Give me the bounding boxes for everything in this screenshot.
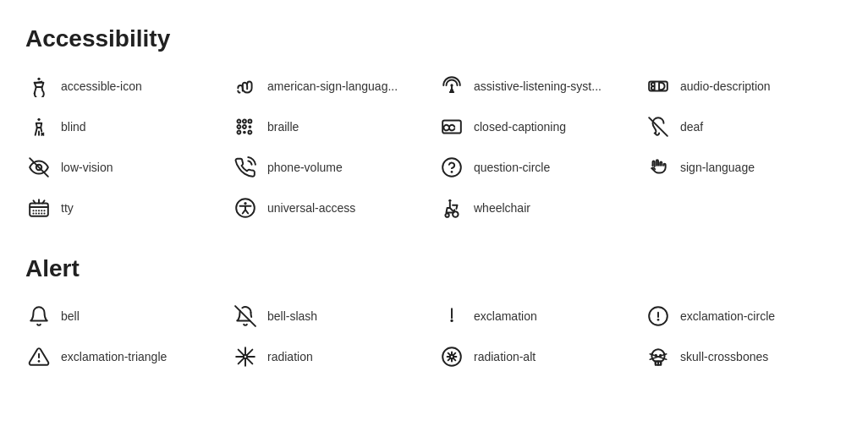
deaf-icon	[645, 113, 672, 140]
closed-captioning-icon	[438, 113, 465, 140]
svg-point-23	[41, 210, 42, 211]
accessible-icon-label: accessible-icon	[61, 79, 142, 93]
list-item: question-circle	[438, 154, 636, 181]
svg-point-34	[445, 214, 448, 217]
accessibility-grid: accessible-icon american-sign-languag...	[25, 73, 843, 221]
svg-point-31	[244, 202, 246, 205]
braille-label: braille	[267, 120, 299, 134]
american-sign-language-icon	[232, 73, 259, 100]
list-item: closed-captioning	[438, 113, 636, 140]
svg-point-20	[32, 210, 34, 211]
list-item: braille	[232, 113, 430, 140]
svg-point-7	[243, 120, 246, 123]
list-item: exclamation-triangle	[25, 343, 223, 370]
audio-description-label: audio-description	[680, 79, 771, 93]
svg-point-5	[237, 125, 240, 128]
list-item: universal-access	[232, 194, 430, 221]
svg-point-17	[442, 158, 461, 177]
list-item: phone-volume	[232, 154, 430, 181]
bell-icon	[25, 303, 52, 330]
list-item: bell-slash	[232, 303, 430, 330]
alert-section: Alert bell bell-s	[25, 255, 843, 370]
universal-access-icon	[232, 194, 259, 221]
svg-line-35	[235, 306, 255, 326]
svg-point-21	[36, 210, 37, 211]
audio-description-icon	[645, 73, 672, 100]
exclamation-triangle-label: exclamation-triangle	[61, 350, 167, 363]
list-item: exclamation	[438, 303, 636, 330]
accessible-icon	[25, 73, 52, 100]
american-sign-language-label: american-sign-languag...	[267, 79, 398, 93]
question-circle-label: question-circle	[474, 161, 550, 174]
svg-point-3	[37, 118, 40, 121]
list-item: american-sign-languag...	[232, 73, 430, 100]
svg-point-6	[237, 131, 240, 134]
svg-point-12	[250, 126, 251, 128]
svg-point-9	[248, 120, 251, 123]
svg-point-28	[41, 212, 42, 214]
skull-crossbones-icon	[645, 343, 672, 370]
assistive-listening-icon	[438, 73, 465, 100]
bell-slash-label: bell-slash	[267, 309, 317, 323]
accessibility-title: Accessibility	[25, 25, 843, 52]
svg-point-22	[38, 210, 40, 211]
radiation-alt-icon	[438, 343, 465, 370]
list-item: wheelchair	[438, 194, 636, 221]
svg-line-14	[649, 117, 667, 136]
list-item: assistive-listening-syst...	[438, 73, 636, 100]
radiation-label: radiation	[267, 350, 313, 363]
svg-point-44	[442, 347, 461, 366]
low-vision-icon	[25, 154, 52, 181]
exclamation-circle-label: exclamation-circle	[680, 309, 775, 323]
phone-volume-icon	[232, 154, 259, 181]
svg-point-24	[43, 210, 45, 211]
exclamation-label: exclamation	[474, 309, 537, 323]
accessibility-section: Accessibility accessible-icon	[25, 25, 843, 221]
exclamation-triangle-icon	[25, 343, 52, 370]
radiation-alt-label: radiation-alt	[474, 350, 536, 363]
deaf-label: deaf	[680, 120, 703, 134]
wheelchair-label: wheelchair	[474, 201, 530, 215]
list-item: low-vision	[25, 154, 223, 181]
list-item: accessible-icon	[25, 73, 223, 100]
sign-language-icon	[645, 154, 672, 181]
list-item: sign-language	[645, 154, 843, 181]
exclamation-circle-icon	[645, 303, 672, 330]
bell-label: bell	[61, 309, 80, 323]
svg-point-27	[38, 212, 40, 214]
blind-icon	[25, 113, 52, 140]
bell-slash-icon	[232, 303, 259, 330]
svg-point-25	[32, 212, 34, 214]
list-item: blind	[25, 113, 223, 140]
svg-point-26	[36, 212, 37, 214]
alert-title: Alert	[25, 255, 843, 282]
svg-point-0	[37, 78, 40, 80]
svg-point-32	[448, 199, 451, 202]
svg-point-10	[248, 131, 251, 134]
tty-icon	[25, 194, 52, 221]
alert-grid: bell bell-slash	[25, 303, 843, 370]
tty-label: tty	[61, 201, 74, 215]
blind-label: blind	[61, 120, 86, 134]
svg-point-8	[243, 125, 246, 128]
list-item: deaf	[645, 113, 843, 140]
svg-point-33	[453, 211, 459, 217]
sign-language-label: sign-language	[680, 161, 755, 174]
phone-volume-label: phone-volume	[267, 161, 343, 174]
list-item: radiation	[232, 343, 430, 370]
list-item: tty	[25, 194, 223, 221]
list-item: bell	[25, 303, 223, 330]
list-item: skull-crossbones	[645, 343, 843, 370]
list-item: audio-description	[645, 73, 843, 100]
list-item-placeholder	[645, 194, 843, 221]
universal-access-label: universal-access	[267, 201, 355, 215]
svg-point-29	[43, 212, 45, 214]
svg-point-4	[237, 120, 240, 123]
wheelchair-icon	[438, 194, 465, 221]
assistive-listening-label: assistive-listening-syst...	[474, 79, 602, 93]
list-item: radiation-alt	[438, 343, 636, 370]
closed-captioning-label: closed-captioning	[474, 120, 566, 134]
low-vision-label: low-vision	[61, 161, 113, 174]
svg-point-11	[244, 132, 245, 134]
braille-icon	[232, 113, 259, 140]
